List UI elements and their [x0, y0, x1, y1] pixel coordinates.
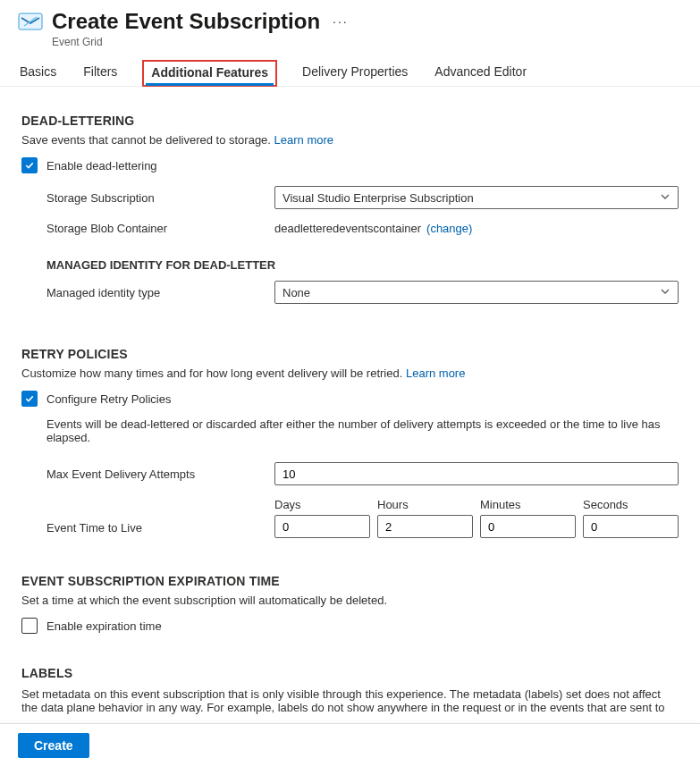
ttl-seconds-input[interactable]	[583, 515, 679, 538]
managed-identity-heading: MANAGED IDENTITY FOR DEAD-LETTER	[21, 258, 679, 272]
configure-retry-policies-checkbox[interactable]	[21, 391, 38, 407]
storage-blob-container-label: Storage Blob Container	[46, 222, 274, 235]
ttl-minutes-input[interactable]	[480, 515, 576, 538]
storage-subscription-select[interactable]: Visual Studio Enterprise Subscription	[274, 186, 679, 209]
blob-container-change-link[interactable]: (change)	[426, 222, 472, 235]
expiration-heading: EVENT SUBSCRIPTION EXPIRATION TIME	[21, 574, 679, 588]
more-menu[interactable]: ···	[333, 14, 349, 29]
retry-policies-desc: Customize how many times and for how lon…	[21, 366, 679, 380]
tab-advanced-editor[interactable]: Advanced Editor	[433, 59, 528, 86]
tab-bar: Basics Filters Additional Features Deliv…	[0, 52, 700, 87]
max-attempts-input[interactable]	[274, 462, 679, 485]
ttl-label: Event Time to Live	[46, 521, 274, 538]
chevron-down-icon	[660, 191, 670, 205]
ttl-days-input[interactable]	[274, 515, 370, 538]
storage-subscription-label: Storage Subscription	[46, 191, 274, 205]
tab-delivery-properties[interactable]: Delivery Properties	[300, 59, 409, 86]
labels-desc: Set metadata on this event subscription …	[21, 687, 679, 716]
managed-identity-type-label: Managed identity type	[46, 286, 274, 299]
ttl-seconds-label: Seconds	[583, 498, 679, 511]
max-attempts-label: Max Event Delivery Attempts	[46, 467, 274, 481]
retry-policies-heading: RETRY POLICIES	[21, 347, 679, 361]
expiration-desc: Set a time at which the event subscripti…	[21, 594, 679, 607]
managed-identity-type-select[interactable]: None	[274, 281, 679, 304]
ttl-hours-input[interactable]	[377, 515, 473, 538]
configure-retry-policies-label: Configure Retry Policies	[46, 392, 171, 406]
enable-expiration-label: Enable expiration time	[46, 619, 162, 633]
dead-lettering-heading: DEAD-LETTERING	[21, 114, 679, 128]
ttl-minutes-label: Minutes	[480, 498, 576, 511]
retry-learn-more-link[interactable]: Learn more	[406, 366, 465, 380]
labels-heading: LABELS	[21, 666, 679, 680]
enable-dead-lettering-checkbox[interactable]	[21, 157, 38, 173]
tab-filters[interactable]: Filters	[81, 59, 119, 86]
tab-additional-features[interactable]: Additional Features	[142, 60, 277, 87]
service-name: Event Grid	[52, 36, 349, 48]
page-title: Create Event Subscription	[52, 9, 320, 34]
create-button[interactable]: Create	[18, 733, 89, 758]
ttl-hours-label: Hours	[377, 498, 473, 511]
ttl-days-label: Days	[274, 498, 370, 511]
chevron-down-icon	[660, 286, 670, 299]
enable-expiration-checkbox[interactable]	[21, 618, 38, 634]
retry-note: Events will be dead-lettered or discarde…	[21, 417, 679, 444]
tab-basics[interactable]: Basics	[18, 59, 58, 86]
event-grid-icon	[18, 9, 43, 34]
dead-lettering-learn-more-link[interactable]: Learn more	[274, 133, 333, 147]
storage-blob-container-value: deadletteredeventscontainer	[274, 222, 421, 235]
enable-dead-lettering-label: Enable dead-lettering	[46, 159, 157, 173]
dead-lettering-desc: Save events that cannot be delivered to …	[21, 133, 679, 147]
